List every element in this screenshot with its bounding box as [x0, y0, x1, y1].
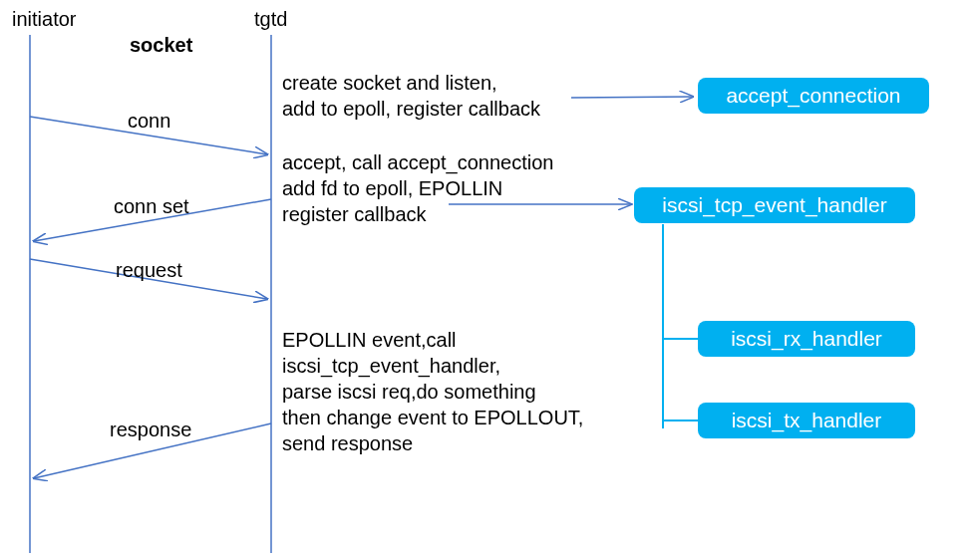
label-socket: socket: [130, 32, 192, 58]
desc-line: parse iscsi req,do something: [282, 381, 536, 403]
actor-tgtd: tgtd: [254, 6, 287, 32]
desc-line: register callback: [282, 203, 427, 225]
arrow-label-conn-set: conn set: [114, 193, 189, 219]
box-accept-connection: accept_connection: [698, 78, 929, 114]
svg-line-6: [571, 97, 693, 98]
arrow-label-conn: conn: [128, 108, 170, 134]
desc-line: add fd to epoll, EPOLLIN: [282, 177, 502, 199]
desc-line: accept, call accept_connection: [282, 151, 553, 173]
arrow-label-request: request: [116, 257, 182, 283]
desc-line: EPOLLIN event,call: [282, 329, 457, 351]
desc-line: iscsi_tcp_event_handler,: [282, 355, 500, 377]
desc-line: send response: [282, 432, 413, 454]
desc-create-socket: create socket and listen, add to epoll, …: [282, 70, 540, 122]
box-iscsi-rx-handler: iscsi_rx_handler: [698, 321, 915, 357]
box-iscsi-tx-handler: iscsi_tx_handler: [698, 403, 915, 438]
desc-epollin: EPOLLIN event,call iscsi_tcp_event_handl…: [282, 327, 583, 456]
box-iscsi-tcp-event-handler: iscsi_tcp_event_handler: [634, 187, 915, 223]
desc-line: then change event to EPOLLOUT,: [282, 407, 583, 428]
desc-line: add to epoll, register callback: [282, 98, 540, 120]
actor-initiator: initiator: [12, 6, 76, 32]
desc-accept: accept, call accept_connection add fd to…: [282, 149, 553, 227]
desc-line: create socket and listen,: [282, 72, 497, 94]
arrow-label-response: response: [110, 417, 191, 442]
